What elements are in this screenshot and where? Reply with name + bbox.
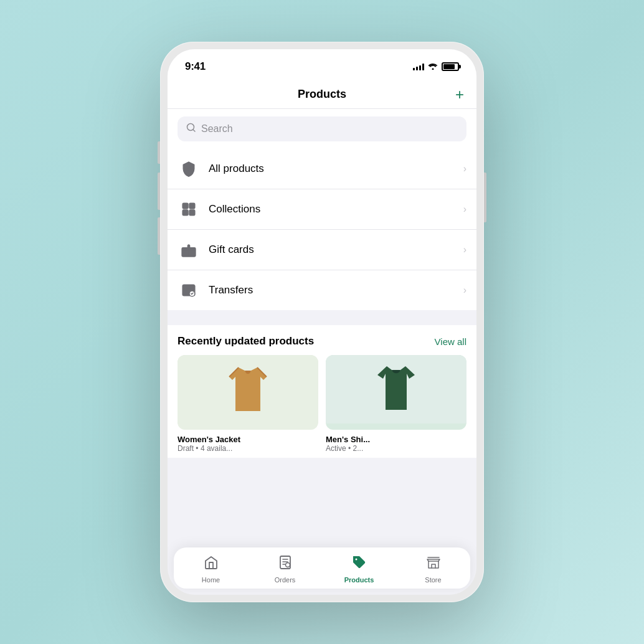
view-all-button[interactable]: View all (435, 336, 466, 347)
jacket-available-count: 4 availa... (201, 444, 232, 453)
gift-cards-icon (178, 239, 200, 261)
shirt-available: • (348, 444, 353, 453)
orders-tab-label: Orders (275, 576, 296, 584)
store-tab-label: Store (425, 576, 441, 584)
menu-item-transfers[interactable]: Transfers › (168, 270, 476, 310)
status-icons (413, 62, 459, 72)
gift-cards-label: Gift cards (209, 244, 463, 256)
page-title: Products (298, 88, 346, 101)
search-container: Search (168, 109, 476, 149)
home-tab-label: Home (202, 576, 220, 584)
store-icon (426, 555, 441, 574)
jacket-meta: Draft • 4 availa... (178, 444, 318, 453)
collections-icon (178, 198, 200, 220)
menu-item-all-products[interactable]: All products › (168, 149, 476, 189)
tab-bar: Home Orders (174, 547, 470, 589)
shirt-available-count: 2... (353, 444, 364, 453)
jacket-available: • (196, 444, 201, 453)
signal-icon (413, 63, 424, 70)
product-info-area: Women's Jacket Draft • 4 availa... Men's… (168, 430, 476, 458)
shirt-image (326, 355, 466, 424)
svg-rect-1 (182, 203, 188, 209)
product-card-shirt[interactable] (326, 355, 466, 430)
jacket-image (178, 355, 318, 424)
search-input[interactable]: Search (178, 116, 466, 141)
recently-title: Recently updated products (178, 335, 314, 348)
phone-screen: 9:41 (168, 49, 476, 595)
svg-point-9 (285, 563, 290, 567)
search-placeholder: Search (201, 123, 233, 135)
status-bar: 9:41 (168, 49, 476, 80)
recently-updated-section: Recently updated products View all (168, 325, 476, 430)
side-button-vol-down (158, 217, 160, 255)
menu-item-collections[interactable]: Collections › (168, 189, 476, 230)
transfers-icon (178, 279, 200, 301)
all-products-icon (178, 158, 200, 180)
tab-store[interactable]: Store (396, 555, 470, 584)
product-cards-row (178, 355, 466, 430)
products-tab-label: Products (344, 576, 374, 584)
tab-home[interactable]: Home (174, 555, 248, 584)
svg-point-10 (355, 559, 357, 561)
side-button-mute (158, 141, 160, 164)
menu-item-gift-cards[interactable]: Gift cards › (168, 230, 476, 270)
shirt-status: Active (326, 444, 346, 453)
menu-list: All products › Collections › (168, 149, 476, 310)
shirt-name: Men's Shi... (326, 435, 466, 444)
product-info-shirt: Men's Shi... Active • 2... (326, 430, 466, 458)
svg-rect-2 (189, 203, 195, 209)
gift-cards-chevron: › (463, 244, 466, 255)
jacket-status: Draft (178, 444, 194, 453)
tab-orders[interactable]: Orders (248, 555, 322, 584)
transfers-chevron: › (463, 285, 466, 296)
side-button-vol-up (158, 173, 160, 210)
svg-rect-3 (182, 210, 188, 215)
product-info-jacket: Women's Jacket Draft • 4 availa... (178, 430, 318, 458)
svg-rect-4 (189, 210, 195, 215)
orders-icon (278, 555, 293, 574)
phone-frame: 9:41 (160, 42, 484, 602)
collections-chevron: › (463, 204, 466, 215)
collections-label: Collections (209, 203, 463, 215)
product-card-jacket[interactable] (178, 355, 318, 430)
add-product-button[interactable]: + (455, 87, 464, 102)
battery-icon (442, 62, 459, 71)
search-icon (186, 123, 196, 135)
home-icon (204, 555, 219, 574)
side-button-power (484, 173, 486, 222)
recently-header: Recently updated products View all (178, 335, 466, 348)
all-products-label: All products (209, 163, 463, 175)
transfers-label: Transfers (209, 284, 463, 296)
status-time: 9:41 (185, 60, 206, 73)
all-products-chevron: › (463, 163, 466, 174)
products-icon (352, 555, 367, 574)
wifi-icon (428, 62, 438, 72)
shirt-meta: Active • 2... (326, 444, 466, 453)
jacket-name: Women's Jacket (178, 435, 318, 444)
page-header: Products + (168, 80, 476, 109)
section-divider (168, 310, 476, 325)
tab-products[interactable]: Products (322, 555, 396, 584)
